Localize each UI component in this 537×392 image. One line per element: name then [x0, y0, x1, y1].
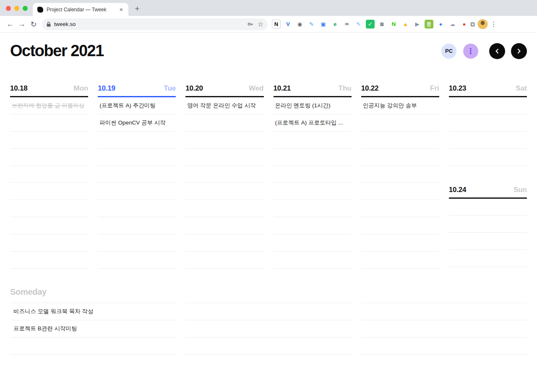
task-row[interactable]: [274, 149, 352, 166]
someday-row[interactable]: [361, 320, 527, 337]
task-row[interactable]: [185, 166, 263, 183]
window-close-button[interactable]: [6, 6, 11, 11]
task-row[interactable]: [274, 234, 352, 252]
someday-row[interactable]: [185, 337, 351, 355]
task-row[interactable]: [10, 217, 88, 234]
notion-extension-icon[interactable]: N: [272, 20, 281, 29]
task-row[interactable]: 브런치에 협업툴 글 퍼블리싱: [10, 97, 88, 114]
task-row[interactable]: 온라인 멘토링 (1시간): [274, 97, 352, 114]
blue-pen-extension-icon[interactable]: ✎: [307, 20, 316, 29]
task-text[interactable]: 온라인 멘토링 (1시간): [275, 102, 331, 109]
key-icon[interactable]: [247, 21, 253, 27]
back-icon[interactable]: ←: [4, 18, 16, 30]
v-blue-extension-icon[interactable]: V: [284, 20, 292, 29]
task-row[interactable]: [98, 200, 176, 217]
task-text[interactable]: 비즈니스 모델 워크북 목차 작성: [13, 308, 94, 315]
task-row[interactable]: (프로젝트 A) 프로토타입 ...: [274, 114, 352, 132]
task-row[interactable]: 인공지능 강의안 송부: [361, 97, 439, 114]
task-row[interactable]: [185, 114, 263, 132]
task-row[interactable]: [361, 132, 439, 149]
address-bar[interactable]: tweek.so ☆: [42, 18, 268, 30]
window-minimize-button[interactable]: [14, 6, 19, 11]
previous-week-button[interactable]: [489, 43, 505, 59]
task-row[interactable]: [10, 183, 88, 200]
task-row[interactable]: [10, 200, 88, 217]
task-row[interactable]: [361, 217, 439, 234]
task-row[interactable]: [185, 234, 263, 252]
task-row[interactable]: (프로젝트 A) 주간미팅: [98, 97, 176, 114]
green-check-extension-icon[interactable]: ✓: [366, 20, 375, 29]
task-row[interactable]: [274, 200, 352, 217]
task-row[interactable]: [185, 252, 263, 269]
bookmark-star-icon[interactable]: ☆: [258, 20, 263, 28]
task-row[interactable]: [10, 114, 88, 132]
task-text[interactable]: 프로젝트 B관련 시작미팅: [13, 325, 77, 332]
close-tab-icon[interactable]: ×: [117, 6, 125, 13]
extensions-puzzle-icon[interactable]: ⧉: [470, 21, 475, 28]
next-week-button[interactable]: [511, 43, 527, 59]
task-row[interactable]: [10, 234, 88, 252]
new-tab-button[interactable]: +: [132, 3, 143, 14]
task-row[interactable]: [361, 252, 439, 269]
task-row[interactable]: [185, 183, 263, 200]
task-text[interactable]: 브런치에 협업툴 글 퍼블리싱: [12, 102, 84, 109]
task-row[interactable]: [449, 250, 527, 267]
task-text[interactable]: 파이썬 OpenCV 공부 시작: [99, 119, 166, 127]
task-row[interactable]: 파이썬 OpenCV 공부 시작: [98, 114, 176, 132]
task-row[interactable]: [361, 200, 439, 217]
task-row[interactable]: [10, 166, 88, 183]
task-row[interactable]: [185, 132, 263, 149]
task-text[interactable]: 영어 작문 온라인 수업 시작: [187, 102, 256, 109]
task-row[interactable]: [98, 149, 176, 166]
cloud-extension-icon[interactable]: ☁: [448, 20, 457, 29]
evernote-extension-icon[interactable]: e: [331, 20, 339, 29]
someday-row[interactable]: 프로젝트 B관련 시작미팅: [10, 320, 176, 337]
task-row[interactable]: [10, 149, 88, 166]
task-row[interactable]: [361, 149, 439, 166]
task-row[interactable]: [449, 233, 527, 250]
someday-row[interactable]: [10, 337, 176, 355]
naver-extension-icon[interactable]: N: [389, 20, 398, 29]
task-row[interactable]: [274, 166, 352, 183]
blue-dot-extension-icon[interactable]: ●: [436, 20, 445, 29]
record-extension-icon[interactable]: ●: [460, 20, 469, 29]
drive-extension-icon[interactable]: ▲: [401, 20, 410, 29]
task-row[interactable]: [274, 183, 352, 200]
task-row[interactable]: [449, 132, 527, 149]
task-row[interactable]: [361, 234, 439, 252]
feather-extension-icon[interactable]: ✎: [354, 20, 363, 29]
task-row[interactable]: [449, 114, 527, 132]
someday-row[interactable]: 비즈니스 모델 워크북 목차 작성: [10, 303, 176, 320]
task-row[interactable]: [449, 199, 527, 216]
task-row[interactable]: [449, 97, 527, 114]
profile-avatar[interactable]: [477, 19, 488, 29]
task-row[interactable]: [98, 234, 176, 252]
send-extension-icon[interactable]: ▶: [413, 20, 422, 29]
task-row[interactable]: [10, 132, 88, 149]
someday-row[interactable]: [185, 303, 351, 320]
task-row[interactable]: [361, 183, 439, 200]
someday-row[interactable]: [361, 303, 527, 320]
task-row[interactable]: [449, 215, 527, 233]
sound-wave-extension-icon[interactable]: ≋: [378, 20, 386, 29]
task-row[interactable]: [98, 132, 176, 149]
pc-user-button[interactable]: PC: [441, 44, 456, 59]
task-row[interactable]: [274, 132, 352, 149]
task-row[interactable]: [274, 252, 352, 269]
camera-extension-icon[interactable]: ◉: [295, 20, 304, 29]
browser-menu-icon[interactable]: ⋮: [490, 20, 497, 28]
browser-tab[interactable]: Project Calendar — Tweek ×: [33, 3, 128, 16]
task-row[interactable]: [98, 166, 176, 183]
someday-row[interactable]: [361, 337, 527, 355]
task-row[interactable]: [10, 252, 88, 269]
someday-row[interactable]: [185, 320, 351, 337]
task-row[interactable]: [98, 252, 176, 269]
task-row[interactable]: [361, 114, 439, 132]
task-row[interactable]: [98, 217, 176, 234]
task-row[interactable]: [98, 183, 176, 200]
task-text[interactable]: 인공지능 강의안 송부: [363, 102, 417, 109]
task-row[interactable]: [185, 149, 263, 166]
blue-app-extension-icon[interactable]: ▣: [319, 20, 328, 29]
task-text[interactable]: (프로젝트 A) 주간미팅: [99, 102, 156, 109]
reload-icon[interactable]: ↻: [28, 18, 39, 30]
